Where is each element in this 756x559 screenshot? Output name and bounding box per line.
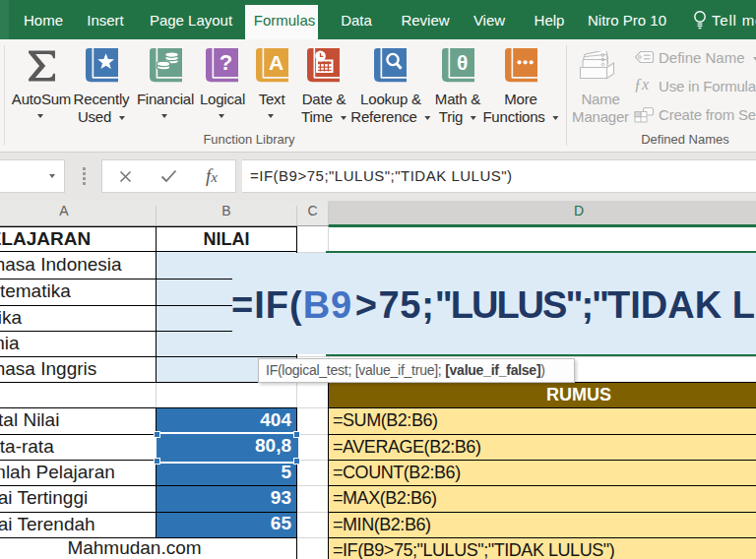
svg-text:θ: θ [457,51,468,74]
svg-text:A: A [269,51,284,74]
svg-text:?: ? [220,50,232,75]
